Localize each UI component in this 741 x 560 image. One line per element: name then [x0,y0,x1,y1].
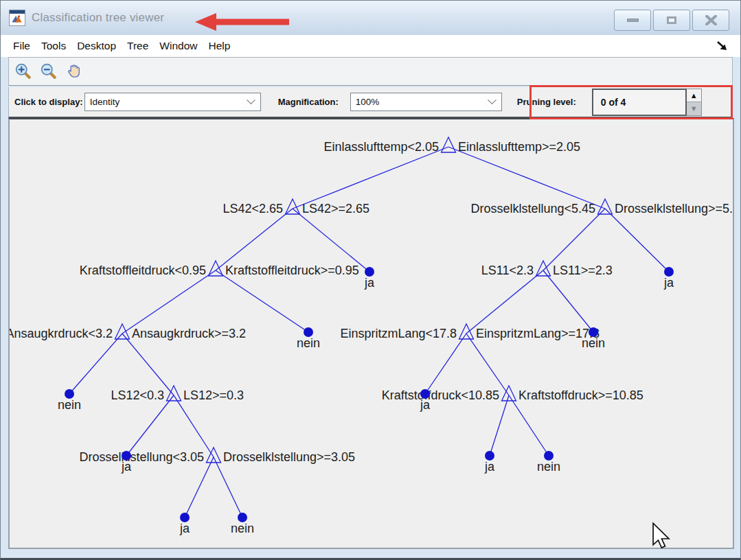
tree-leaf-node[interactable] [544,451,554,460]
dock-arrow-icon[interactable] [716,40,729,52]
tree-leaf-label[interactable]: ja [484,460,495,474]
magnification-label: Magnification: [278,97,339,107]
magnification-dropdown[interactable]: 100% [350,93,502,111]
display-dropdown[interactable]: Identity [84,93,261,111]
tree-edge [214,457,242,517]
pruning-value: 0 of 4 [601,97,626,108]
tree-node-label-left[interactable]: LS12<0.3 [111,388,164,402]
title-bar[interactable]: Classification tree viewer [1,1,740,35]
tree-node-label-right[interactable]: Ansaugkrdruck>=3.2 [132,327,246,340]
tree-edge [425,334,466,394]
tree-node-label-right[interactable]: LS42>=2.65 [302,202,369,215]
tree-leaf-node[interactable] [365,267,374,277]
magnification-value: 100% [351,93,483,110]
tree-leaf-label[interactable]: nein [231,522,254,535]
tree-edge [122,334,174,395]
tree-leaf-label[interactable]: ja [364,276,375,290]
zoom-out-button[interactable] [39,62,58,81]
tree-node-label-right[interactable]: Kraftstoffdruck>=10.85 [518,388,643,402]
tree-node-label-right[interactable]: LS12>=0.3 [183,388,244,402]
minimize-icon [627,19,639,22]
tree-edge [605,209,669,272]
tree-leaf-label[interactable]: nein [58,398,81,412]
tree-leaf-label[interactable]: nein [537,460,560,474]
tree-edge [448,147,605,209]
tree-canvas[interactable]: Einlasslufttemp<2.05Einlasslufttemp>=2.0… [8,118,734,549]
tree-edge [293,147,448,209]
menu-item-window[interactable]: Window [154,35,203,57]
toolbar [8,57,733,86]
tree-leaf-node[interactable] [420,389,430,399]
tree-node-label-left[interactable]: LS42<2.65 [223,202,283,215]
pruning-level-field[interactable]: 0 of 4 [592,89,687,116]
tree-node-label-right[interactable]: Drosselklstellung>=5.45 [615,202,733,215]
tree-leaf-node[interactable] [589,327,598,337]
pan-hand-icon [65,62,83,80]
menu-item-desktop[interactable]: Desktop [71,35,122,57]
display-value: Identity [85,93,242,110]
chevron-down-icon [483,93,501,110]
tree-edge [466,270,543,334]
tree-decision-node[interactable] [167,386,181,401]
close-icon [705,15,717,25]
tree-node-label-left[interactable]: Drosselklstellung<5.45 [470,202,595,215]
tree-leaf-label[interactable]: ja [179,522,190,535]
minimize-button[interactable] [614,10,651,31]
tree-edge [543,270,593,332]
menu-item-file[interactable]: File [8,35,36,57]
tree-node-label-right[interactable]: Einlasslufttemp>=2.05 [458,140,580,154]
spinner-up-button[interactable]: ▲ [687,89,701,103]
tree-edge [543,209,605,270]
tree-node-label-right[interactable]: LS11>=2.3 [553,264,613,277]
tree-leaf-label[interactable]: nein [297,336,320,350]
tree-edge [185,457,214,517]
window-title: Classification tree viewer [32,11,164,25]
tree-edge [126,395,174,456]
tree-decision-node[interactable] [536,261,551,276]
tree-edge [174,395,214,457]
pan-button[interactable] [65,62,84,81]
control-bar: Click to display: Identity Magnification… [8,87,733,118]
menu-item-tree[interactable]: Tree [122,35,154,57]
tree-node-label-right[interactable]: Kraftstoffleitdruck>=0.95 [225,264,359,277]
tree-leaf-label[interactable]: ja [663,276,674,290]
tree-decision-node[interactable] [115,324,130,339]
tree-edge [216,209,293,270]
tree-edge [122,270,216,334]
tree-node-label-left[interactable]: LS11<2.3 [481,264,534,277]
menu-item-help[interactable]: Help [203,35,236,57]
zoom-in-icon [14,62,32,80]
tree-node-label-left[interactable]: Drosselklstellung<3.05 [79,450,204,464]
restore-button[interactable] [653,10,690,31]
tree-leaf-label[interactable]: nein [582,336,605,350]
tree-edge [490,395,509,456]
menu-item-tools[interactable]: Tools [36,35,71,57]
tree-node-label-left[interactable]: Ansaugkrdruck<3.2 [10,327,113,340]
display-label: Click to display: [14,97,83,107]
tree-decision-node[interactable] [442,137,456,152]
tree-node-label-left[interactable]: EinspritzmLang<17.8 [340,327,457,340]
menu-bar: FileToolsDesktopTreeWindowHelp [1,35,740,57]
classification-tree[interactable]: Einlasslufttemp<2.05Einlasslufttemp>=2.0… [10,119,733,548]
tree-leaf-node[interactable] [238,513,247,522]
tree-node-label-left[interactable]: Einlasslufttemp<2.05 [323,140,439,154]
tree-leaf-node[interactable] [304,327,313,337]
tree-leaf-node[interactable] [122,451,131,460]
spinner-down-button[interactable]: ▼ [687,102,701,115]
tree-edge [466,334,509,395]
tree-edge [293,209,369,272]
tree-leaf-node[interactable] [65,389,74,399]
tree-node-label-left[interactable]: Kraftstoffdruck<10.85 [382,388,499,402]
zoom-out-icon [40,62,58,80]
tree-leaf-node[interactable] [664,267,674,277]
tree-node-label-left[interactable]: Kraftstoffleitdruck<0.95 [80,264,206,277]
pruning-spinner: ▲ ▼ [687,89,702,116]
matlab-logo-icon [9,10,25,26]
tree-node-label-right[interactable]: Drosselklstellung>=3.05 [223,450,355,464]
zoom-in-button[interactable] [14,62,33,81]
close-button[interactable] [692,10,729,31]
tree-edge [216,270,308,332]
tree-decision-node[interactable] [459,324,474,339]
tree-leaf-node[interactable] [485,451,494,460]
tree-leaf-node[interactable] [180,513,190,522]
